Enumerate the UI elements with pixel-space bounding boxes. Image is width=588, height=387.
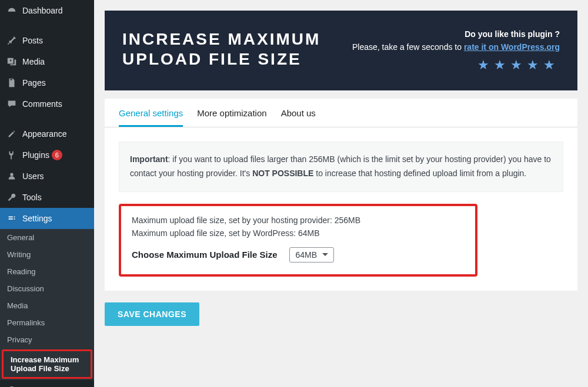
hosting-limit-text: Maximum upload file size, set by your ho… [132,216,465,225]
main-content: INCREASE MAXIMUM UPLOAD FILE SIZE Do you… [94,0,588,387]
menu-comments[interactable]: Comments [0,93,94,115]
menu-users[interactable]: Users [0,166,94,187]
dashboard-icon [6,5,18,16]
selected-size-value: 64MB [296,250,318,260]
submenu-general[interactable]: General [0,229,94,246]
like-question: Do you like this plugin ? [352,29,560,39]
submenu-discussion[interactable]: Discussion [0,280,94,297]
pin-icon [6,35,18,46]
tab-bar: General settings More optimization About… [105,99,577,127]
pages-icon [6,77,18,89]
menu-label: Posts [22,36,43,45]
wordpress-limit-text: Maximum upload file size, set by WordPre… [132,228,465,238]
menu-label: Dashboard [22,6,63,15]
settings-icon [6,213,18,224]
submenu-media[interactable]: Media [0,297,94,314]
not-possible-label: NOT POSSIBLE [252,169,313,178]
menu-label: Settings [22,214,52,223]
notice-body-2: to increase that hosting defined upload … [313,169,526,178]
rate-prefix: Please, take a few seconds to [352,42,464,52]
menu-label: Pages [22,78,46,88]
tab-about-us[interactable]: About us [281,108,316,127]
choose-size-label: Choose Maximum Upload File Size [132,250,278,260]
menu-separator [0,24,94,27]
menu-plugins[interactable]: Plugins 6 [0,144,94,166]
admin-menu: Dashboard Posts Media Pages Comments [0,0,94,229]
star-rating[interactable]: ★★★★★ [352,58,560,73]
max-upload-size-select[interactable]: 64MB [289,247,335,263]
settings-submenu: General Writing Reading Discussion Media… [0,229,94,380]
menu-label: Tools [22,193,42,202]
plugin-hero: INCREASE MAXIMUM UPLOAD FILE SIZE Do you… [105,11,577,90]
collapse-menu[interactable]: Collapse menu [0,380,94,387]
menu-dashboard[interactable]: Dashboard [0,0,94,21]
comments-icon [6,98,18,110]
menu-pages[interactable]: Pages [0,72,94,93]
menu-label: Users [22,171,44,181]
save-changes-button[interactable]: SAVE CHANGES [105,302,199,326]
settings-panel: Important: if you want to upload files l… [105,127,577,291]
tab-general-settings[interactable]: General settings [119,108,183,127]
menu-tools[interactable]: Tools [0,187,94,208]
menu-label: Plugins [22,150,49,160]
menu-label: Media [22,57,45,66]
collapse-icon [6,385,18,387]
tools-icon [6,191,18,203]
submenu-privacy[interactable]: Privacy [0,331,94,348]
upload-size-box: Maximum upload file size, set by your ho… [119,204,477,277]
rate-line: Please, take a few seconds to rate it on… [352,42,560,52]
menu-label: Appearance [22,129,67,139]
hero-rating-box: Do you like this plugin ? Please, take a… [352,29,560,73]
important-notice: Important: if you want to upload files l… [119,142,563,192]
rate-link[interactable]: rate it on WordPress.org [464,42,560,52]
tab-more-optimization[interactable]: More optimization [197,108,266,127]
appearance-icon [6,128,18,140]
menu-appearance[interactable]: Appearance [0,123,94,144]
plugins-icon [6,149,18,161]
submenu-increase-max-upload[interactable]: Increase Maximum Upload File Size [2,349,92,379]
menu-posts[interactable]: Posts [0,30,94,51]
update-badge: 6 [52,150,62,160]
menu-media[interactable]: Media [0,51,94,72]
submenu-permalinks[interactable]: Permalinks [0,314,94,331]
plugin-title: INCREASE MAXIMUM UPLOAD FILE SIZE [122,29,320,69]
submenu-writing[interactable]: Writing [0,246,94,263]
admin-sidebar: Dashboard Posts Media Pages Comments [0,0,94,387]
menu-separator [0,117,94,120]
title-line-2: UPLOAD FILE SIZE [122,50,302,68]
menu-settings[interactable]: Settings [0,208,94,229]
menu-label: Comments [22,99,62,109]
title-line-1: INCREASE MAXIMUM [122,30,320,48]
choose-size-row: Choose Maximum Upload File Size 64MB [132,247,465,263]
media-icon [6,56,18,68]
users-icon [6,170,18,182]
submenu-reading[interactable]: Reading [0,263,94,280]
important-label: Important [130,154,168,164]
